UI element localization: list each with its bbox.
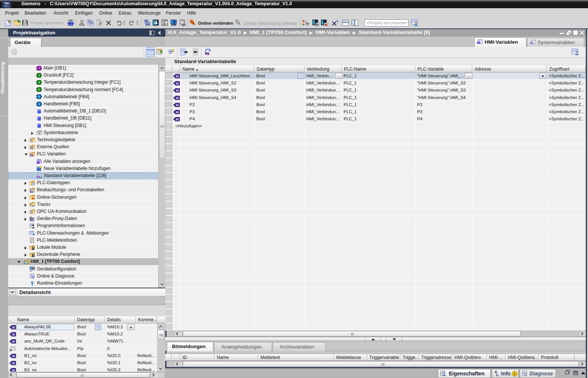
svg-text:01: 01: [176, 103, 179, 107]
svg-text:01: 01: [12, 340, 15, 343]
svg-text:01: 01: [176, 118, 179, 121]
svg-text:01: 01: [12, 326, 15, 329]
svg-text:01: 01: [207, 53, 209, 55]
svg-text:01: 01: [176, 96, 179, 99]
svg-text:01: 01: [176, 82, 179, 85]
svg-text:01: 01: [31, 147, 32, 149]
svg-text:01: 01: [12, 369, 15, 372]
svg-text:RT: RT: [182, 24, 186, 27]
svg-text:01: 01: [12, 362, 15, 365]
svg-text:01: 01: [176, 75, 179, 78]
svg-text:?: ?: [306, 22, 309, 27]
svg-text:01: 01: [12, 354, 15, 358]
svg-text:01: 01: [176, 111, 179, 114]
svg-text:01: 01: [147, 23, 149, 25]
svg-text:01: 01: [176, 89, 179, 92]
svg-text:01: 01: [12, 333, 15, 336]
